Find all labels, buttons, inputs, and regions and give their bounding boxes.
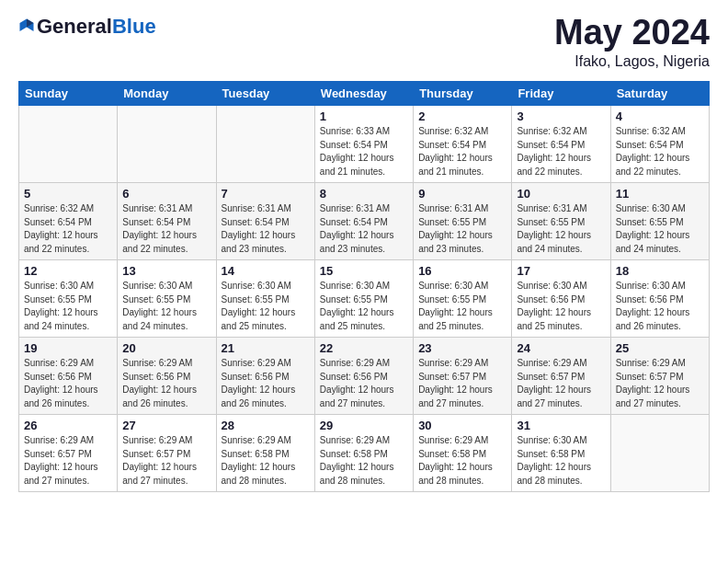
calendar-cell: 25Sunrise: 6:29 AM Sunset: 6:57 PM Dayli…: [610, 338, 709, 415]
day-info: Sunrise: 6:29 AM Sunset: 6:56 PM Dayligh…: [222, 357, 310, 410]
day-info: Sunrise: 6:33 AM Sunset: 6:54 PM Dayligh…: [320, 125, 408, 178]
day-header-friday: Friday: [512, 82, 610, 106]
title-block: May 2024 Ifako, Lagos, Nigeria: [554, 15, 710, 70]
calendar-row: 1Sunrise: 6:33 AM Sunset: 6:54 PM Daylig…: [19, 106, 710, 183]
day-info: Sunrise: 6:30 AM Sunset: 6:56 PM Dayligh…: [616, 280, 704, 333]
day-number: 28: [222, 419, 310, 432]
calendar-cell: 2Sunrise: 6:32 AM Sunset: 6:54 PM Daylig…: [414, 106, 512, 183]
day-header-wednesday: Wednesday: [314, 82, 413, 106]
calendar-cell: 10Sunrise: 6:31 AM Sunset: 6:55 PM Dayli…: [512, 183, 610, 260]
calendar-title: May 2024: [554, 15, 710, 50]
day-number: 17: [517, 264, 605, 278]
day-number: 18: [616, 264, 704, 278]
calendar-cell: 15Sunrise: 6:30 AM Sunset: 6:55 PM Dayli…: [314, 260, 413, 338]
calendar-cell: 14Sunrise: 6:30 AM Sunset: 6:55 PM Dayli…: [216, 260, 314, 338]
calendar-row: 5Sunrise: 6:32 AM Sunset: 6:54 PM Daylig…: [19, 183, 710, 260]
day-number: 3: [517, 109, 605, 123]
calendar-cell: 16Sunrise: 6:30 AM Sunset: 6:55 PM Dayli…: [414, 260, 512, 338]
day-info: Sunrise: 6:29 AM Sunset: 6:56 PM Dayligh…: [122, 357, 210, 410]
page: GeneralBlue May 2024 Ifako, Lagos, Niger…: [0, 0, 728, 507]
day-info: Sunrise: 6:31 AM Sunset: 6:54 PM Dayligh…: [122, 202, 210, 256]
day-number: 16: [418, 264, 506, 278]
day-number: 15: [320, 264, 408, 278]
day-info: Sunrise: 6:31 AM Sunset: 6:54 PM Dayligh…: [320, 202, 408, 256]
day-info: Sunrise: 6:29 AM Sunset: 6:57 PM Dayligh…: [24, 434, 112, 488]
day-number: 4: [616, 109, 704, 123]
calendar-cell: [610, 415, 709, 492]
calendar-cell: 17Sunrise: 6:30 AM Sunset: 6:56 PM Dayli…: [512, 260, 610, 338]
day-number: 30: [418, 419, 506, 432]
calendar-cell: [216, 106, 314, 183]
day-info: Sunrise: 6:29 AM Sunset: 6:57 PM Dayligh…: [616, 357, 704, 410]
day-header-saturday: Saturday: [610, 82, 709, 106]
calendar-cell: 4Sunrise: 6:32 AM Sunset: 6:54 PM Daylig…: [610, 106, 709, 183]
day-number: 10: [517, 187, 605, 201]
calendar-cell: 29Sunrise: 6:29 AM Sunset: 6:58 PM Dayli…: [314, 415, 413, 492]
day-info: Sunrise: 6:30 AM Sunset: 6:55 PM Dayligh…: [24, 280, 112, 333]
logo-blue-text: Blue: [112, 15, 156, 39]
calendar-cell: 27Sunrise: 6:29 AM Sunset: 6:57 PM Dayli…: [118, 415, 216, 492]
calendar-cell: 24Sunrise: 6:29 AM Sunset: 6:57 PM Dayli…: [512, 338, 610, 415]
day-info: Sunrise: 6:32 AM Sunset: 6:54 PM Dayligh…: [517, 125, 605, 178]
calendar-cell: 7Sunrise: 6:31 AM Sunset: 6:54 PM Daylig…: [216, 183, 314, 260]
day-number: 19: [24, 341, 112, 355]
calendar-cell: 1Sunrise: 6:33 AM Sunset: 6:54 PM Daylig…: [314, 106, 413, 183]
day-info: Sunrise: 6:31 AM Sunset: 6:55 PM Dayligh…: [517, 202, 605, 256]
day-info: Sunrise: 6:29 AM Sunset: 6:58 PM Dayligh…: [222, 434, 310, 488]
day-number: 7: [222, 187, 310, 201]
day-number: 12: [24, 264, 112, 278]
calendar-cell: 3Sunrise: 6:32 AM Sunset: 6:54 PM Daylig…: [512, 106, 610, 183]
generalblue-icon: [18, 17, 35, 34]
calendar-cell: 11Sunrise: 6:30 AM Sunset: 6:55 PM Dayli…: [610, 183, 709, 260]
calendar-cell: 28Sunrise: 6:29 AM Sunset: 6:58 PM Dayli…: [216, 415, 314, 492]
calendar-cell: 12Sunrise: 6:30 AM Sunset: 6:55 PM Dayli…: [19, 260, 118, 338]
day-number: 20: [122, 341, 210, 355]
calendar-row: 19Sunrise: 6:29 AM Sunset: 6:56 PM Dayli…: [19, 338, 710, 415]
day-number: 2: [418, 109, 506, 123]
calendar-cell: 22Sunrise: 6:29 AM Sunset: 6:56 PM Dayli…: [314, 338, 413, 415]
day-number: 13: [122, 264, 210, 278]
calendar-cell: 30Sunrise: 6:29 AM Sunset: 6:58 PM Dayli…: [414, 415, 512, 492]
day-number: 9: [418, 187, 506, 201]
day-info: Sunrise: 6:30 AM Sunset: 6:55 PM Dayligh…: [320, 280, 408, 333]
calendar-cell: [19, 106, 118, 183]
logo-general-text: General: [37, 15, 112, 39]
day-info: Sunrise: 6:30 AM Sunset: 6:55 PM Dayligh…: [222, 280, 310, 333]
day-info: Sunrise: 6:29 AM Sunset: 6:57 PM Dayligh…: [122, 434, 210, 488]
calendar-cell: 26Sunrise: 6:29 AM Sunset: 6:57 PM Dayli…: [19, 415, 118, 492]
calendar-cell: 23Sunrise: 6:29 AM Sunset: 6:57 PM Dayli…: [414, 338, 512, 415]
day-number: 23: [418, 341, 506, 355]
header: GeneralBlue May 2024 Ifako, Lagos, Niger…: [18, 15, 710, 70]
day-header-sunday: Sunday: [19, 82, 118, 106]
day-info: Sunrise: 6:30 AM Sunset: 6:56 PM Dayligh…: [517, 280, 605, 333]
day-number: 31: [517, 419, 605, 432]
day-number: 27: [122, 419, 210, 432]
calendar-cell: 5Sunrise: 6:32 AM Sunset: 6:54 PM Daylig…: [19, 183, 118, 260]
day-number: 11: [616, 187, 704, 201]
day-info: Sunrise: 6:30 AM Sunset: 6:58 PM Dayligh…: [517, 434, 605, 488]
day-number: 5: [24, 187, 112, 201]
day-header-thursday: Thursday: [414, 82, 512, 106]
calendar-cell: 8Sunrise: 6:31 AM Sunset: 6:54 PM Daylig…: [314, 183, 413, 260]
day-number: 8: [320, 187, 408, 201]
day-number: 24: [517, 341, 605, 355]
day-number: 1: [320, 109, 408, 123]
day-number: 6: [122, 187, 210, 201]
calendar-cell: [118, 106, 216, 183]
day-info: Sunrise: 6:32 AM Sunset: 6:54 PM Dayligh…: [616, 125, 704, 178]
day-number: 22: [320, 341, 408, 355]
day-number: 25: [616, 341, 704, 355]
calendar-cell: 31Sunrise: 6:30 AM Sunset: 6:58 PM Dayli…: [512, 415, 610, 492]
day-number: 14: [222, 264, 310, 278]
day-info: Sunrise: 6:30 AM Sunset: 6:55 PM Dayligh…: [418, 280, 506, 333]
calendar-row: 26Sunrise: 6:29 AM Sunset: 6:57 PM Dayli…: [19, 415, 710, 492]
day-info: Sunrise: 6:29 AM Sunset: 6:58 PM Dayligh…: [320, 434, 408, 488]
day-info: Sunrise: 6:29 AM Sunset: 6:57 PM Dayligh…: [418, 357, 506, 410]
calendar-cell: 13Sunrise: 6:30 AM Sunset: 6:55 PM Dayli…: [118, 260, 216, 338]
day-info: Sunrise: 6:31 AM Sunset: 6:55 PM Dayligh…: [418, 202, 506, 256]
day-header-tuesday: Tuesday: [216, 82, 314, 106]
calendar-cell: 9Sunrise: 6:31 AM Sunset: 6:55 PM Daylig…: [414, 183, 512, 260]
logo: GeneralBlue: [18, 15, 156, 39]
day-info: Sunrise: 6:29 AM Sunset: 6:58 PM Dayligh…: [418, 434, 506, 488]
day-info: Sunrise: 6:29 AM Sunset: 6:56 PM Dayligh…: [24, 357, 112, 410]
